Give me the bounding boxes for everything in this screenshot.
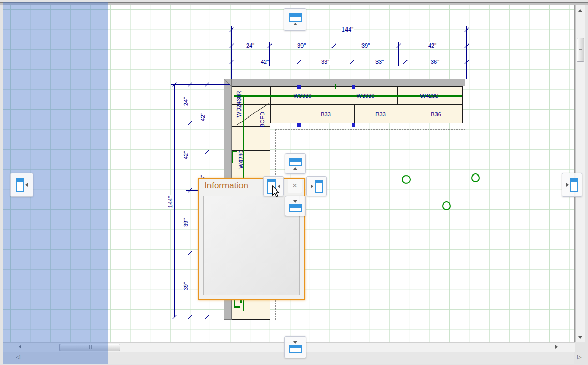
dock-right-icon	[570, 178, 578, 192]
mouse-cursor	[271, 185, 280, 200]
application-window: 144"24"39"39"42"42"33"33"36"144"24"42"39…	[0, 0, 588, 365]
scroll-right-button[interactable]	[552, 343, 561, 351]
tab-scroll-right-icon[interactable]: ▷	[577, 354, 581, 360]
dock-cluster-right-arrow-icon	[311, 184, 313, 188]
dock-bottom-arrow-icon	[293, 341, 297, 344]
dock-target-right-edge[interactable]	[562, 173, 582, 197]
dock-right-arrow-icon	[566, 183, 569, 187]
dock-cluster-close-icon[interactable]: ×	[288, 179, 302, 193]
dock-target-top-edge[interactable]	[284, 8, 306, 31]
dock-cluster-top-icon	[289, 158, 302, 166]
up-arrow-icon	[578, 9, 582, 12]
scroll-up-button[interactable]	[576, 6, 584, 14]
dock-cluster-bottom[interactable]	[285, 196, 306, 216]
dock-cluster-bottom-icon	[289, 204, 302, 212]
vertical-scroll-thumb[interactable]	[577, 38, 584, 62]
dock-cluster-right[interactable]	[306, 176, 327, 196]
dock-top-arrow-icon	[293, 23, 297, 25]
down-arrow-icon	[578, 336, 582, 339]
dock-bottom-icon	[289, 345, 302, 353]
dock-cluster-right-icon	[315, 180, 323, 193]
right-arrow-icon	[555, 345, 558, 349]
scroll-down-button[interactable]	[576, 333, 584, 341]
dock-cluster-top-arrow-icon	[293, 167, 297, 170]
dock-cluster-top[interactable]	[285, 153, 306, 174]
dock-left-arrow-icon	[25, 183, 28, 187]
dock-target-bottom-edge[interactable]	[284, 336, 306, 358]
dock-target-left-edge[interactable]	[10, 173, 33, 197]
information-panel-title[interactable]: Information	[204, 181, 248, 191]
dock-left-icon	[16, 178, 24, 192]
dock-cluster-bottom-arrow-icon	[293, 200, 297, 203]
dock-top-icon	[289, 13, 302, 22]
